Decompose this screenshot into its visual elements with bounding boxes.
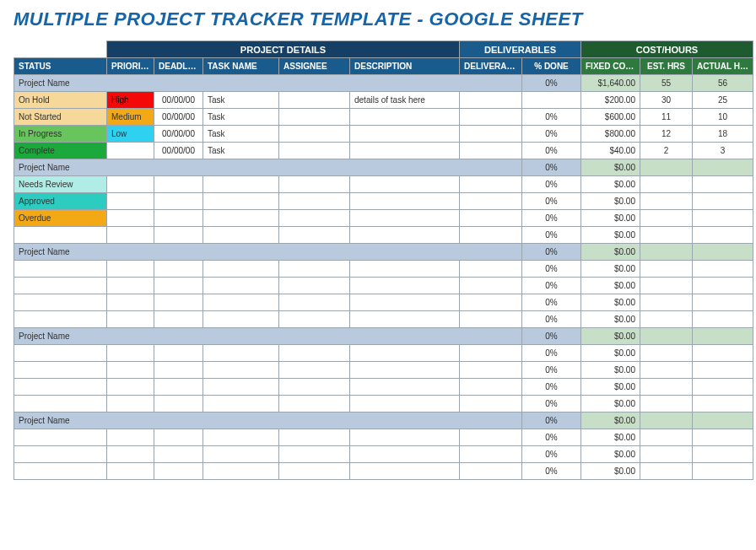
pct-done-cell[interactable]: 0% <box>522 463 581 480</box>
task-name-cell[interactable] <box>203 210 279 227</box>
status-cell[interactable] <box>14 345 107 362</box>
project-actual-hrs[interactable]: 56 <box>693 75 753 92</box>
actual-hrs-cell[interactable] <box>693 261 753 278</box>
task-name-cell[interactable]: Task <box>203 143 279 159</box>
pct-done-cell[interactable]: 0% <box>522 193 581 210</box>
fixed-cost-cell[interactable]: $600.00 <box>581 109 640 126</box>
deliverable-cell[interactable] <box>460 446 522 463</box>
project-summary-row[interactable]: Project Name0%$0.00 <box>14 328 753 345</box>
task-row[interactable]: 0%$0.00 <box>14 227 753 244</box>
description-cell[interactable] <box>350 210 460 227</box>
description-cell[interactable] <box>350 345 460 362</box>
actual-hrs-cell[interactable]: 3 <box>693 143 753 159</box>
priority-cell[interactable] <box>107 294 154 311</box>
task-row[interactable]: Approved0%$0.00 <box>14 193 753 210</box>
task-row[interactable]: Complete00/00/00Task0%$40.0023 <box>14 143 753 159</box>
project-pct-done[interactable]: 0% <box>522 244 581 261</box>
task-row[interactable]: 0%$0.00 <box>14 396 753 412</box>
assignee-cell[interactable] <box>279 227 350 244</box>
fixed-cost-cell[interactable]: $40.00 <box>581 143 640 159</box>
assignee-cell[interactable] <box>279 109 350 126</box>
task-row[interactable]: On HoldHigh00/00/00Taskdetails of task h… <box>14 92 753 109</box>
col-deliverable[interactable]: DELIVERABLE <box>460 58 522 75</box>
est-hrs-cell[interactable] <box>640 396 693 412</box>
priority-cell[interactable]: Low <box>107 126 154 143</box>
col-description[interactable]: DESCRIPTION <box>350 58 460 75</box>
est-hrs-cell[interactable] <box>640 429 693 446</box>
priority-cell[interactable] <box>107 446 154 463</box>
actual-hrs-cell[interactable] <box>693 345 753 362</box>
task-name-cell[interactable] <box>203 345 279 362</box>
assignee-cell[interactable] <box>279 311 350 328</box>
col-assignee[interactable]: ASSIGNEE <box>279 58 350 75</box>
task-name-cell[interactable] <box>203 193 279 210</box>
fixed-cost-cell[interactable]: $0.00 <box>581 345 640 362</box>
actual-hrs-cell[interactable] <box>693 379 753 396</box>
est-hrs-cell[interactable] <box>640 362 693 379</box>
deliverable-cell[interactable] <box>460 362 522 379</box>
deliverable-cell[interactable] <box>460 278 522 294</box>
description-cell[interactable] <box>350 126 460 143</box>
col-est-hrs[interactable]: EST. HRS <box>640 58 693 75</box>
task-row[interactable]: Not StartedMedium00/00/00Task0%$600.0011… <box>14 109 753 126</box>
deliverable-cell[interactable] <box>460 261 522 278</box>
project-name-cell[interactable]: Project Name <box>14 75 522 92</box>
pct-done-cell[interactable]: 0% <box>522 429 581 446</box>
project-summary-row[interactable]: Project Name0%$1,640.005556 <box>14 75 753 92</box>
project-est-hrs[interactable] <box>640 412 693 429</box>
est-hrs-cell[interactable]: 11 <box>640 109 693 126</box>
fixed-cost-cell[interactable]: $0.00 <box>581 193 640 210</box>
task-row[interactable]: Needs Review0%$0.00 <box>14 176 753 193</box>
deliverable-cell[interactable] <box>460 126 522 143</box>
status-cell[interactable] <box>14 446 107 463</box>
status-cell[interactable]: In Progress <box>14 126 107 143</box>
actual-hrs-cell[interactable] <box>693 362 753 379</box>
task-row[interactable]: 0%$0.00 <box>14 278 753 294</box>
fixed-cost-cell[interactable]: $0.00 <box>581 362 640 379</box>
priority-cell[interactable] <box>107 311 154 328</box>
pct-done-cell[interactable] <box>522 92 581 109</box>
project-fixed-cost[interactable]: $1,640.00 <box>581 75 640 92</box>
col-pct-done[interactable]: % DONE <box>522 58 581 75</box>
priority-cell[interactable] <box>107 379 154 396</box>
priority-cell[interactable] <box>107 143 154 159</box>
assignee-cell[interactable] <box>279 345 350 362</box>
status-cell[interactable] <box>14 227 107 244</box>
project-actual-hrs[interactable] <box>693 244 753 261</box>
description-cell[interactable] <box>350 446 460 463</box>
task-row[interactable]: 0%$0.00 <box>14 311 753 328</box>
fixed-cost-cell[interactable]: $200.00 <box>581 92 640 109</box>
project-summary-row[interactable]: Project Name0%$0.00 <box>14 244 753 261</box>
priority-cell[interactable] <box>107 176 154 193</box>
assignee-cell[interactable] <box>279 193 350 210</box>
project-est-hrs[interactable] <box>640 244 693 261</box>
priority-cell[interactable] <box>107 429 154 446</box>
description-cell[interactable] <box>350 176 460 193</box>
task-row[interactable]: 0%$0.00 <box>14 379 753 396</box>
project-name-cell[interactable]: Project Name <box>14 328 522 345</box>
priority-cell[interactable] <box>107 278 154 294</box>
task-name-cell[interactable] <box>203 379 279 396</box>
est-hrs-cell[interactable] <box>640 210 693 227</box>
assignee-cell[interactable] <box>279 261 350 278</box>
status-cell[interactable] <box>14 379 107 396</box>
est-hrs-cell[interactable] <box>640 311 693 328</box>
actual-hrs-cell[interactable] <box>693 429 753 446</box>
project-summary-row[interactable]: Project Name0%$0.00 <box>14 412 753 429</box>
priority-cell[interactable] <box>107 362 154 379</box>
project-name-cell[interactable]: Project Name <box>14 412 522 429</box>
est-hrs-cell[interactable] <box>640 176 693 193</box>
priority-cell[interactable] <box>107 193 154 210</box>
description-cell[interactable] <box>350 143 460 159</box>
deliverable-cell[interactable] <box>460 143 522 159</box>
description-cell[interactable] <box>350 362 460 379</box>
deliverable-cell[interactable] <box>460 176 522 193</box>
task-name-cell[interactable]: Task <box>203 109 279 126</box>
assignee-cell[interactable] <box>279 429 350 446</box>
project-name-cell[interactable]: Project Name <box>14 159 522 176</box>
actual-hrs-cell[interactable] <box>693 463 753 480</box>
task-name-cell[interactable] <box>203 429 279 446</box>
deadline-cell[interactable] <box>154 446 203 463</box>
est-hrs-cell[interactable] <box>640 345 693 362</box>
status-cell[interactable] <box>14 396 107 412</box>
